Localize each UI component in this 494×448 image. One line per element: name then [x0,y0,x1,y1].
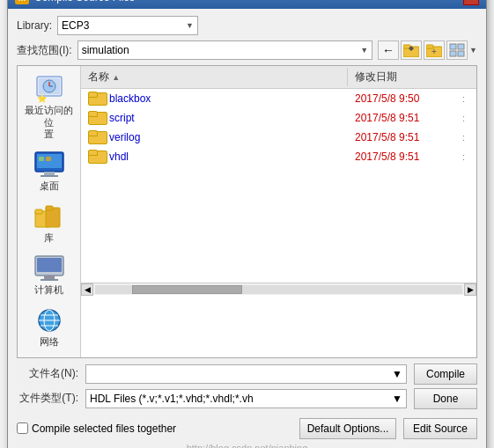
sidebar-nav: ⭐ 最近访问的位置 [18,66,81,356]
folder-icon [88,130,106,144]
network-icon [33,306,65,334]
horizontal-scrollbar[interactable]: ◀ ▶ [81,283,476,295]
file-item-date: 2017/5/8 9:50 [348,92,462,105]
scrollbar-thumb[interactable] [132,285,242,294]
svg-rect-8 [450,51,456,56]
sidebar-item-computer-label: 计算机 [34,284,63,296]
compile-button[interactable]: Compile [414,364,477,385]
folder-icon [88,92,106,106]
library-select-arrow: ▼ [186,21,194,30]
filename-row: 文件名(N): ▼ Compile [17,364,477,385]
sidebar-item-network-label: 网络 [40,336,59,348]
filename-label: 文件名(N): [17,366,78,381]
sidebar-item-library[interactable]: 库 [18,197,80,249]
svg-rect-7 [458,44,464,49]
svg-rect-25 [46,206,53,210]
action-buttons: Default Options... Edit Source [299,418,477,439]
filetype-dropdown-arrow[interactable]: ▼ [392,393,402,405]
file-item-name: script [81,111,348,125]
svg-rect-6 [450,44,456,49]
recent-icon: ⭐ [33,75,65,103]
file-list: blackbox 2017/5/8 9:50 : script 2017/5/8… [81,89,476,283]
file-list-header: 名称 ▲ 修改日期 [81,66,476,89]
scope-label: 查找范围(I): [17,43,72,58]
file-list-area: 名称 ▲ 修改日期 blackbox 2017/5/8 9:50 : [81,66,476,356]
done-button[interactable]: Done [414,388,477,409]
sidebar-item-recent-label: 最近访问的位置 [21,105,77,140]
folder-icon [88,150,106,164]
sidebar-item-desktop[interactable]: 桌面 [18,145,80,197]
svg-rect-18 [44,172,55,175]
col-extra-header [462,68,476,86]
svg-text:⭐: ⭐ [37,93,48,103]
library-label: Library: [17,19,52,32]
sidebar-item-computer[interactable]: 计算机 [18,249,80,301]
back-button[interactable]: ← [378,40,399,60]
new-folder-button[interactable]: + [424,40,445,60]
file-item-extra: : [462,113,476,123]
library-select[interactable]: ECP3 ▼ [57,16,198,35]
scroll-right-arrow[interactable]: ▶ [464,283,476,296]
col-name-header[interactable]: 名称 ▲ [81,68,347,86]
desktop-icon [33,151,65,179]
svg-rect-19 [41,175,58,177]
main-area: ⭐ 最近访问的位置 [17,65,477,357]
file-item-extra: : [462,93,476,104]
sort-indicator: ▲ [112,73,120,82]
compile-together-label[interactable]: Compile selected files together [32,422,176,435]
file-item-date: 2017/5/8 9:51 [348,112,462,124]
checkbox-row: Compile selected files together [17,422,176,435]
svg-rect-20 [39,157,44,161]
compile-source-dialog: M Compile Source Files ✕ Library: ECP3 ▼… [7,0,487,448]
file-item-extra: : [462,151,476,162]
scope-toolbar: ← + [378,40,477,60]
table-row[interactable]: blackbox 2017/5/8 9:50 : [81,89,476,108]
sidebar-item-recent[interactable]: ⭐ 最近访问的位置 [18,70,80,145]
table-row[interactable]: script 2017/5/8 9:51 : [81,108,476,128]
file-item-name: vhdl [81,150,348,164]
scope-row: 查找范围(I): simulation ▼ ← [17,40,477,60]
sidebar-item-library-label: 库 [44,232,54,244]
scope-select[interactable]: simulation ▼ [77,40,372,60]
library-icon [33,202,65,231]
scroll-left-arrow[interactable]: ◀ [81,283,93,296]
svg-rect-29 [41,279,58,281]
new-folder-icon: + [426,43,442,57]
default-options-button[interactable]: Default Options... [299,418,396,439]
folder-up-button[interactable] [401,40,422,60]
svg-rect-21 [46,157,51,161]
filetype-label: 文件类型(T): [17,391,78,406]
scope-select-arrow: ▼ [360,46,368,55]
edit-source-button[interactable]: Edit Source [403,418,477,439]
dialog-body: Library: ECP3 ▼ 查找范围(I): simulation ▼ ← [8,9,486,448]
svg-rect-28 [44,275,55,279]
filetype-select[interactable]: HDL Files (*.v;*.v1;*.vhd;*.vhdl;*.vh ▼ [85,389,407,408]
bottom-actions: Compile selected files together Default … [17,413,477,443]
svg-rect-23 [35,209,42,214]
title-bar: M Compile Source Files ✕ [8,0,486,9]
file-item-name: blackbox [81,92,348,106]
computer-icon [33,254,65,283]
scrollbar-track[interactable] [95,285,462,294]
filename-dropdown-arrow[interactable]: ▼ [392,368,402,380]
view-button[interactable] [446,40,468,60]
filename-input[interactable]: ▼ [85,364,407,384]
library-row: Library: ECP3 ▼ [17,16,477,35]
view-dropdown-arrow[interactable]: ▼ [469,46,477,55]
close-button[interactable]: ✕ [463,0,479,5]
svg-rect-27 [37,258,62,272]
sidebar-item-network[interactable]: 网络 [18,301,80,353]
compile-together-checkbox[interactable] [17,422,28,434]
file-item-name: verilog [81,130,348,144]
dialog-title: Compile Source Files [34,0,135,4]
table-row[interactable]: vhdl 2017/5/8 9:51 : [81,147,476,166]
watermark: http://blog.csdn.net/pianbing [17,443,477,448]
app-icon: M [15,0,29,4]
file-item-date: 2017/5/8 9:51 [348,151,462,163]
view-icon [449,43,465,57]
file-item-extra: : [462,132,476,143]
svg-text:+: + [431,47,437,56]
table-row[interactable]: verilog 2017/5/8 9:51 : [81,128,476,147]
file-item-date: 2017/5/8 9:51 [348,131,462,143]
col-date-header[interactable]: 修改日期 [348,68,462,86]
